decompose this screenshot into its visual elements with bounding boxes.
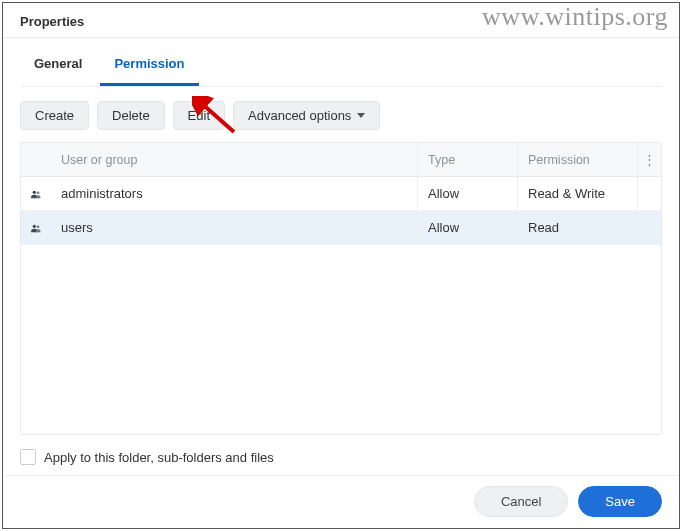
cancel-button[interactable]: Cancel — [474, 486, 568, 517]
users-group-icon — [31, 221, 41, 235]
cell-type: Allow — [417, 211, 517, 244]
table-row[interactable]: administrators Allow Read & Write — [21, 177, 661, 211]
toolbar: Create Delete Edit Advanced options — [20, 87, 662, 142]
table-header: User or group Type Permission ⋮ — [21, 143, 661, 177]
column-user[interactable]: User or group — [51, 143, 417, 176]
action-bar: Cancel Save — [4, 475, 678, 527]
cell-permission: Read & Write — [517, 177, 637, 210]
tab-general[interactable]: General — [20, 44, 96, 86]
apply-checkbox[interactable] — [20, 449, 36, 465]
advanced-options-button[interactable]: Advanced options — [233, 101, 380, 130]
chevron-down-icon — [357, 113, 365, 118]
delete-button[interactable]: Delete — [97, 101, 165, 130]
save-button[interactable]: Save — [578, 486, 662, 517]
apply-label: Apply to this folder, sub-folders and fi… — [44, 450, 274, 465]
cell-type: Allow — [417, 177, 517, 210]
cell-user: users — [51, 211, 417, 244]
footer-options: Apply to this folder, sub-folders and fi… — [20, 435, 662, 475]
svg-point-1 — [37, 191, 40, 194]
cell-permission: Read — [517, 211, 637, 244]
group-icon — [21, 211, 51, 244]
table-body: administrators Allow Read & Write — [21, 177, 661, 434]
advanced-options-label: Advanced options — [248, 108, 351, 123]
cell-more — [637, 211, 661, 244]
content-area: General Permission Create Delete Edit Ad… — [4, 38, 678, 475]
create-button[interactable]: Create — [20, 101, 89, 130]
svg-point-0 — [33, 190, 36, 193]
svg-point-3 — [37, 225, 40, 228]
apply-checkbox-row[interactable]: Apply to this folder, sub-folders and fi… — [20, 449, 662, 465]
window-title: Properties — [4, 4, 678, 38]
group-icon — [21, 177, 51, 210]
edit-button[interactable]: Edit — [173, 101, 225, 130]
column-type[interactable]: Type — [417, 143, 517, 176]
column-permission[interactable]: Permission — [517, 143, 637, 176]
permission-table: User or group Type Permission ⋮ ad — [20, 142, 662, 435]
column-more-icon[interactable]: ⋮ — [637, 143, 661, 176]
column-icon — [21, 143, 51, 176]
cell-more — [637, 177, 661, 210]
table-row[interactable]: users Allow Read — [21, 211, 661, 245]
tab-bar: General Permission — [20, 44, 662, 87]
properties-window: Properties General Permission Create Del… — [4, 4, 678, 527]
svg-point-2 — [33, 224, 36, 227]
tab-permission[interactable]: Permission — [100, 44, 198, 86]
cell-user: administrators — [51, 177, 417, 210]
users-group-icon — [31, 187, 41, 201]
